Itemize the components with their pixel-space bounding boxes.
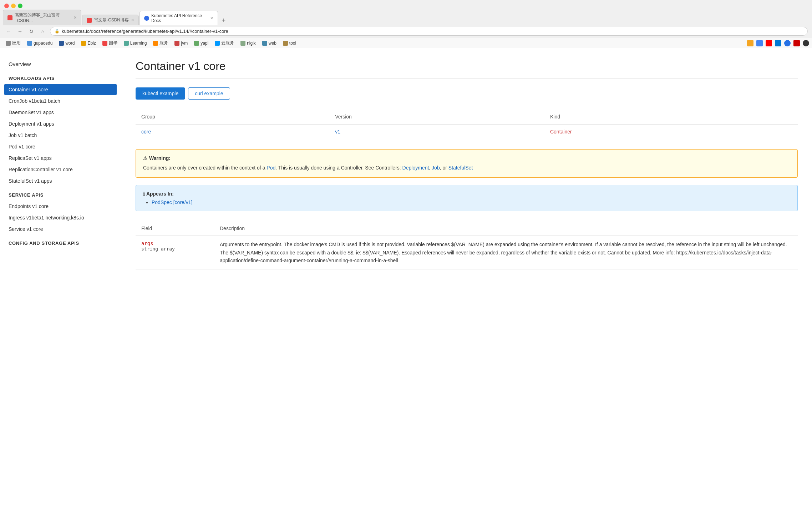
- bookmark-label-guojia: 国华: [109, 40, 117, 46]
- bookmark-guojia[interactable]: 国华: [100, 39, 120, 47]
- sidebar-item-label-endpoints: Endpoints v1 core: [9, 203, 49, 209]
- warning-deployment-link[interactable]: Deployment: [402, 165, 429, 171]
- sidebar-item-replicaset[interactable]: ReplicaSet v1 apps: [0, 152, 121, 164]
- back-button[interactable]: ←: [4, 27, 13, 36]
- col-header-kind: Kind: [544, 110, 798, 124]
- traffic-light-red[interactable]: [4, 4, 9, 8]
- page-title: Container v1 core: [136, 60, 798, 79]
- url-bar[interactable]: 🔒 kubernetes.io/docs/reference/generated…: [50, 27, 808, 36]
- warning-icon: ⚠: [143, 155, 148, 161]
- tab-2[interactable]: 写文章-CSDN博客 ✕: [82, 15, 139, 25]
- sidebar-item-overview[interactable]: Overview: [0, 55, 121, 70]
- bookmark-icon-yapi: [194, 41, 199, 46]
- ext-icon-ms[interactable]: [775, 40, 781, 46]
- traffic-light-green[interactable]: [18, 4, 22, 8]
- tab-close-3[interactable]: ✕: [210, 16, 213, 21]
- url-lock-icon: 🔒: [55, 29, 60, 34]
- sidebar-item-container[interactable]: Container v1 core: [4, 84, 117, 95]
- bookmark-label-ebiz: Ebiz: [87, 41, 96, 46]
- ext-icon-youtube[interactable]: [766, 40, 772, 46]
- tab-1[interactable]: 高新富的博客_东山富哥_CSDN... ✕: [3, 10, 81, 25]
- tab-favicon-3: [144, 16, 149, 21]
- forward-button[interactable]: →: [16, 27, 24, 36]
- bookmark-nginx[interactable]: nigix: [238, 40, 259, 46]
- warning-comma1: ,: [429, 165, 432, 171]
- sidebar-item-service[interactable]: Service v1 core: [0, 223, 121, 235]
- bookmark-gupaoedu[interactable]: gupaoedu: [24, 40, 55, 46]
- sidebar-item-endpoints[interactable]: Endpoints v1 core: [0, 201, 121, 212]
- bookmark-icon-jvm: [174, 41, 179, 46]
- version-value[interactable]: v1: [335, 129, 340, 135]
- ext-icon-baidu[interactable]: [784, 40, 791, 46]
- sidebar-item-ingress[interactable]: Ingress v1beta1 networking.k8s.io: [0, 212, 121, 223]
- bookmark-apps[interactable]: 应用: [3, 39, 24, 47]
- bookmark-label-gupaoedu: gupaoedu: [34, 41, 52, 46]
- sidebar: Overview WORKLOADS APIS Container v1 cor…: [0, 48, 121, 506]
- bookmark-fuwu[interactable]: 服务: [150, 39, 171, 47]
- sidebar-item-job[interactable]: Job v1 batch: [0, 130, 121, 141]
- traffic-light-yellow[interactable]: [11, 4, 16, 8]
- tab-3[interactable]: Kubernetes API Reference Docs ✕: [139, 11, 218, 25]
- fields-col-header-field: Field: [136, 221, 214, 236]
- bookmark-label-fuwu: 服务: [159, 40, 168, 46]
- bookmark-word[interactable]: word: [56, 40, 77, 46]
- bookmark-jvm[interactable]: jvm: [172, 40, 191, 46]
- sidebar-item-label-ingress: Ingress v1beta1 networking.k8s.io: [9, 215, 84, 221]
- new-tab-button[interactable]: +: [219, 15, 229, 25]
- group-value[interactable]: core: [141, 129, 151, 135]
- ext-icon-google[interactable]: [756, 40, 763, 46]
- bookmark-icon-apps: [6, 41, 11, 46]
- bookmark-yapi[interactable]: yapi: [191, 40, 211, 46]
- traffic-lights: [0, 0, 812, 8]
- sidebar-item-label-service: Service v1 core: [9, 226, 43, 232]
- bookmark-learning[interactable]: Learning: [121, 40, 150, 46]
- info-list-item-1: PodSpec [core/v1]: [152, 199, 790, 205]
- warning-title-text: Warning:: [149, 155, 171, 161]
- sidebar-item-daemonset[interactable]: DaemonSet v1 apps: [0, 107, 121, 118]
- bookmark-ebiz[interactable]: Ebiz: [78, 40, 98, 46]
- bookmark-icon-yunfuwu: [215, 41, 220, 46]
- bookmark-tool[interactable]: tool: [280, 40, 299, 46]
- bookmark-label-yunfuwu: 云服务: [221, 40, 234, 46]
- curl-example-button[interactable]: curl example: [188, 87, 230, 100]
- bookmark-web[interactable]: web: [259, 40, 279, 46]
- kind-value[interactable]: Container: [550, 129, 572, 135]
- warning-job-link[interactable]: Job: [432, 165, 440, 171]
- warning-or: , or: [440, 165, 448, 171]
- sidebar-item-deployment[interactable]: Deployment v1 apps: [0, 118, 121, 130]
- warning-statefulset-link[interactable]: StatefulSet: [448, 165, 473, 171]
- sidebar-item-cronjob[interactable]: CronJob v1beta1 batch: [0, 95, 121, 107]
- bookmark-label-yapi: yapi: [201, 41, 208, 46]
- home-button[interactable]: ⌂: [39, 27, 47, 36]
- reload-button[interactable]: ↻: [27, 27, 36, 36]
- tab-favicon-1: [7, 15, 12, 20]
- fields-table: Field Description args string array Argu…: [136, 221, 798, 269]
- sidebar-item-statefulset[interactable]: StatefulSet v1 apps: [0, 175, 121, 187]
- field-desc-args: Arguments to the entrypoint. The docker …: [214, 236, 798, 269]
- warning-prefix: Containers are only ever created within …: [143, 165, 267, 171]
- sidebar-item-label-replicaset: ReplicaSet v1 apps: [9, 155, 52, 161]
- warning-pod-link[interactable]: Pod: [267, 165, 275, 171]
- page-layout: Overview WORKLOADS APIS Container v1 cor…: [0, 48, 812, 506]
- api-info-table: Group Version Kind core v1 Container: [136, 110, 798, 139]
- appears-in-link-1[interactable]: PodSpec [core/v1]: [152, 199, 192, 205]
- ext-icon-csdn[interactable]: [793, 40, 800, 46]
- tab-close-1[interactable]: ✕: [73, 15, 77, 20]
- fields-col-header-description: Description: [214, 221, 798, 236]
- info-title: ℹ Appears In:: [143, 191, 790, 197]
- ext-icon-1[interactable]: [747, 40, 753, 46]
- kubectl-example-button[interactable]: kubectl example: [136, 87, 185, 100]
- sidebar-item-replicationcontroller[interactable]: ReplicationController v1 core: [0, 164, 121, 175]
- bookmark-yunfuwu[interactable]: 云服务: [212, 39, 237, 47]
- bookmark-label-nginx: nigix: [247, 41, 256, 46]
- tab-close-2[interactable]: ✕: [131, 18, 134, 22]
- main-content: Container v1 core kubectl example curl e…: [121, 48, 812, 506]
- extension-icons: [747, 40, 809, 46]
- sidebar-item-pod[interactable]: Pod v1 core: [0, 141, 121, 152]
- ext-icon-github[interactable]: [803, 40, 809, 46]
- table-row: core v1 Container: [136, 124, 798, 139]
- bookmark-label-tool: tool: [289, 41, 296, 46]
- warning-middle: . This is usually done using a Controlle…: [275, 165, 402, 171]
- example-button-group: kubectl example curl example: [136, 87, 798, 100]
- bookmark-icon-fuwu: [153, 41, 158, 46]
